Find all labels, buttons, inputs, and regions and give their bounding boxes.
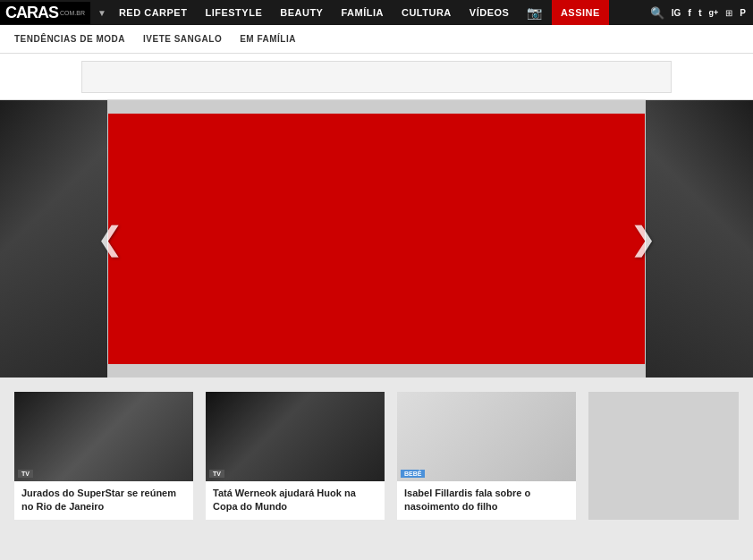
article-badge-2: TV bbox=[209, 470, 224, 478]
windows-icon[interactable]: ⊞ bbox=[725, 8, 732, 18]
slider-next-button[interactable]: ❯ bbox=[630, 220, 656, 258]
article-placeholder bbox=[588, 392, 739, 520]
article-card-3: BEBÊ Isabel Fillardis fala sobre o nasoi… bbox=[397, 392, 576, 520]
nav-item-videos[interactable]: VÍDEOS bbox=[461, 0, 519, 25]
article-title-3[interactable]: Isabel Fillardis fala sobre o nasoimento… bbox=[397, 481, 576, 520]
slider-left-silhouette bbox=[0, 100, 107, 378]
social-icons: 🔍 IG f t g+ ⊞ P bbox=[643, 6, 753, 20]
search-icon[interactable]: 🔍 bbox=[650, 6, 664, 20]
slider-prev-button[interactable]: ❮ bbox=[97, 220, 123, 258]
subnav: TENDÊNCIAS DE MODA IVETE SANGALO EM FAMÍ… bbox=[0, 25, 753, 54]
article-badge-3: BEBÊ bbox=[401, 470, 425, 478]
instagram-icon[interactable]: IG bbox=[672, 8, 681, 18]
ad-banner bbox=[0, 54, 753, 100]
nav-item-red-carpet[interactable]: RED CARPET bbox=[110, 0, 197, 25]
subnav-em-familia[interactable]: EM FAMÍLIA bbox=[240, 34, 296, 44]
logo[interactable]: CARAS COM.BR bbox=[0, 2, 90, 24]
nav-item-lifestyle[interactable]: LIFESTYLE bbox=[196, 0, 271, 25]
article-title-2[interactable]: Tatá Werneok ajudará Huok na Copa do Mun… bbox=[206, 481, 385, 520]
nav-item-beauty[interactable]: BEAUTY bbox=[271, 0, 332, 25]
nav-item-cultura[interactable]: CULTURA bbox=[393, 0, 461, 25]
articles-grid: TV Jurados do SuperStar se reúnem no Rio… bbox=[14, 392, 739, 520]
main-nav: RED CARPET LIFESTYLE BEAUTY FAMÍLIA CULT… bbox=[110, 0, 643, 25]
nav-item-familia[interactable]: FAMÍLIA bbox=[332, 0, 393, 25]
twitter-icon[interactable]: t bbox=[698, 7, 702, 18]
googleplus-icon[interactable]: g+ bbox=[709, 8, 719, 17]
facebook-icon[interactable]: f bbox=[688, 7, 691, 18]
nav-item-camera[interactable]: 📷 bbox=[518, 0, 552, 25]
ad-inner bbox=[81, 61, 672, 93]
logo-subtext: COM.BR bbox=[60, 10, 85, 16]
subnav-ivete[interactable]: IVETE SANGALO bbox=[143, 34, 222, 44]
article-thumb-3: BEBÊ bbox=[397, 392, 576, 481]
pinterest-icon[interactable]: P bbox=[740, 8, 746, 18]
header: CARAS COM.BR ▼ RED CARPET LIFESTYLE BEAU… bbox=[0, 0, 753, 25]
slider-left-image bbox=[0, 100, 107, 378]
logo-text: CARAS bbox=[5, 4, 58, 22]
article-thumb-1: TV bbox=[14, 392, 193, 481]
subnav-tendencias[interactable]: TENDÊNCIAS DE MODA bbox=[14, 34, 125, 44]
slider-main-content bbox=[108, 114, 645, 364]
article-card-1: TV Jurados do SuperStar se reúnem no Rio… bbox=[14, 392, 193, 520]
article-thumb-2: TV bbox=[206, 392, 385, 481]
article-title-1[interactable]: Jurados do SuperStar se reúnem no Rio de… bbox=[14, 481, 193, 520]
article-card-2: TV Tatá Werneok ajudará Huok na Copa do … bbox=[206, 392, 385, 520]
content-section: TV Jurados do SuperStar se reúnem no Rio… bbox=[0, 378, 753, 534]
slider-right-silhouette bbox=[646, 100, 753, 378]
slider-right-image bbox=[646, 100, 753, 378]
logo-dropdown-arrow[interactable]: ▼ bbox=[94, 8, 110, 18]
article-badge-1: TV bbox=[18, 470, 33, 478]
nav-item-assine[interactable]: ASSINE bbox=[552, 0, 609, 25]
hero-slider: ❮ ❯ bbox=[0, 100, 753, 378]
